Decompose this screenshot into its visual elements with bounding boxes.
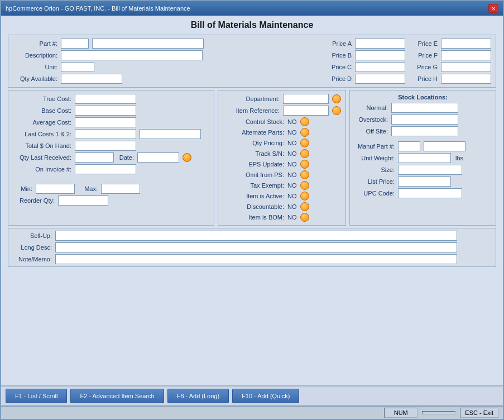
qty-pricing-toggle[interactable] bbox=[300, 139, 309, 147]
track-sn-toggle[interactable] bbox=[300, 149, 309, 158]
description-input[interactable] bbox=[61, 50, 203, 60]
eps-update-toggle[interactable] bbox=[300, 160, 309, 169]
normal-input[interactable] bbox=[391, 103, 458, 113]
control-stock-label: Control Stock: bbox=[223, 118, 284, 125]
min-input[interactable] bbox=[36, 184, 75, 194]
off-site-row: Off Site: bbox=[354, 126, 491, 136]
true-cost-input[interactable] bbox=[75, 94, 136, 104]
item-is-bom-toggle[interactable] bbox=[300, 213, 309, 222]
eps-update-value: NO bbox=[287, 161, 297, 168]
price-e-label: Price E bbox=[409, 40, 438, 47]
base-cost-input[interactable] bbox=[75, 106, 136, 116]
total-s-input[interactable] bbox=[75, 141, 136, 151]
long-desc-input[interactable] bbox=[55, 242, 457, 252]
f1-button[interactable]: F1 - List / Scroll bbox=[6, 389, 67, 403]
price-g-label: Price G bbox=[409, 64, 438, 70]
qty-available-row: Qty Available: Price D Price H bbox=[13, 74, 491, 84]
normal-row: Normal: bbox=[354, 103, 491, 113]
avg-cost-input[interactable] bbox=[75, 117, 136, 127]
overstock-input[interactable] bbox=[391, 114, 458, 125]
last-costs-input2[interactable] bbox=[140, 129, 201, 139]
manuf-part-input2[interactable] bbox=[424, 141, 465, 151]
omit-from-ps-toggle[interactable] bbox=[300, 170, 309, 179]
department-input[interactable] bbox=[283, 94, 329, 104]
normal-label: Normal: bbox=[354, 104, 388, 111]
omit-from-ps-row: Omit from PS: NO bbox=[223, 170, 341, 179]
total-s-row: Total $ On Hand: bbox=[13, 141, 209, 151]
base-cost-label: Base Cost: bbox=[13, 107, 71, 114]
alternate-parts-label: Alternate Parts: bbox=[223, 129, 284, 136]
price-d-input[interactable] bbox=[355, 74, 405, 84]
last-costs-input1[interactable] bbox=[75, 129, 136, 139]
title-bar-text: hpCommerce Orion - GO FAST, INC. - Bill … bbox=[6, 5, 190, 12]
department-picker[interactable] bbox=[332, 94, 341, 103]
price-b-input[interactable] bbox=[355, 50, 405, 60]
content-area: Bill of Materials Maintenance Part #: Pr… bbox=[1, 16, 503, 385]
overstock-row: Overstock: bbox=[354, 114, 491, 125]
discountable-label: Discountable: bbox=[223, 203, 284, 210]
upc-code-row: UPC Code: bbox=[354, 188, 491, 198]
main-window: hpCommerce Orion - GO FAST, INC. - Bill … bbox=[0, 0, 504, 420]
list-price-label: List Price: bbox=[354, 178, 395, 185]
price-e-input[interactable] bbox=[441, 39, 491, 49]
date-input[interactable] bbox=[137, 152, 179, 163]
sell-up-input[interactable] bbox=[55, 231, 457, 241]
alternate-parts-toggle[interactable] bbox=[300, 128, 309, 137]
alternate-parts-row: Alternate Parts: NO bbox=[223, 128, 341, 137]
f8-button[interactable]: F8 - Add (Long) bbox=[167, 389, 229, 403]
qty-available-input[interactable] bbox=[61, 74, 122, 84]
item-is-active-value: NO bbox=[287, 193, 297, 199]
date-label: Date: bbox=[117, 154, 134, 161]
size-row: Size: bbox=[354, 165, 491, 175]
list-price-input[interactable] bbox=[398, 176, 451, 187]
price-h-input[interactable] bbox=[441, 74, 491, 84]
track-sn-label: Track S/N: bbox=[223, 150, 284, 157]
size-label: Size: bbox=[354, 166, 395, 173]
date-picker-button[interactable] bbox=[183, 153, 191, 162]
price-f-input[interactable] bbox=[441, 50, 491, 60]
long-desc-label: Long Desc: bbox=[13, 244, 52, 251]
part-num-label: Part #: bbox=[13, 40, 57, 47]
tax-exempt-toggle[interactable] bbox=[300, 181, 309, 190]
price-d-label: Price D bbox=[323, 75, 352, 82]
alternate-parts-value: NO bbox=[287, 129, 297, 136]
last-costs-row: Last Costs 1 & 2: bbox=[13, 129, 209, 139]
size-input[interactable] bbox=[398, 165, 462, 175]
off-site-input[interactable] bbox=[391, 126, 458, 136]
tax-exempt-label: Tax Exempt: bbox=[223, 182, 284, 189]
discountable-toggle[interactable] bbox=[300, 202, 309, 211]
close-button[interactable]: ✕ bbox=[488, 4, 498, 13]
price-g-input[interactable] bbox=[441, 62, 491, 72]
last-costs-label: Last Costs 1 & 2: bbox=[13, 131, 71, 137]
price-c-input[interactable] bbox=[355, 62, 405, 72]
price-a-input[interactable] bbox=[355, 39, 405, 49]
reorder-qty-input[interactable] bbox=[58, 195, 108, 206]
on-invoice-input[interactable] bbox=[75, 164, 136, 174]
max-input[interactable] bbox=[101, 184, 140, 194]
min-max-row: Min: Max: bbox=[13, 184, 209, 194]
f2-button[interactable]: F2 - Advanced Item Search bbox=[70, 389, 164, 403]
note-memo-input[interactable] bbox=[55, 254, 457, 264]
discountable-row: Discountable: NO bbox=[223, 202, 341, 211]
department-row: Department: bbox=[223, 94, 341, 104]
f10-button[interactable]: F10 - Add (Quick) bbox=[232, 389, 299, 403]
part-num-input1[interactable] bbox=[61, 39, 89, 49]
unit-input[interactable] bbox=[61, 62, 94, 72]
control-stock-toggle[interactable] bbox=[300, 117, 309, 126]
item-is-active-toggle[interactable] bbox=[300, 192, 309, 201]
status-bar: NUM ESC - Exit bbox=[1, 405, 503, 419]
item-reference-label: Item Reference: bbox=[223, 107, 280, 114]
item-is-bom-value: NO bbox=[287, 214, 297, 221]
total-s-label: Total $ On Hand: bbox=[13, 142, 71, 149]
price-c-label: Price C bbox=[323, 64, 352, 70]
on-invoice-row: On Invoice #: bbox=[13, 164, 209, 174]
part-num-input2[interactable] bbox=[92, 39, 204, 49]
item-reference-picker[interactable] bbox=[332, 106, 341, 115]
qty-pricing-label: Qty Pricing: bbox=[223, 140, 284, 146]
esc-status[interactable]: ESC - Exit bbox=[460, 408, 498, 418]
manuf-part-input1[interactable] bbox=[398, 141, 420, 151]
upc-code-input[interactable] bbox=[398, 188, 462, 198]
unit-weight-input[interactable] bbox=[398, 153, 451, 163]
qty-last-received-input[interactable] bbox=[75, 152, 114, 163]
item-reference-input[interactable] bbox=[283, 106, 329, 116]
